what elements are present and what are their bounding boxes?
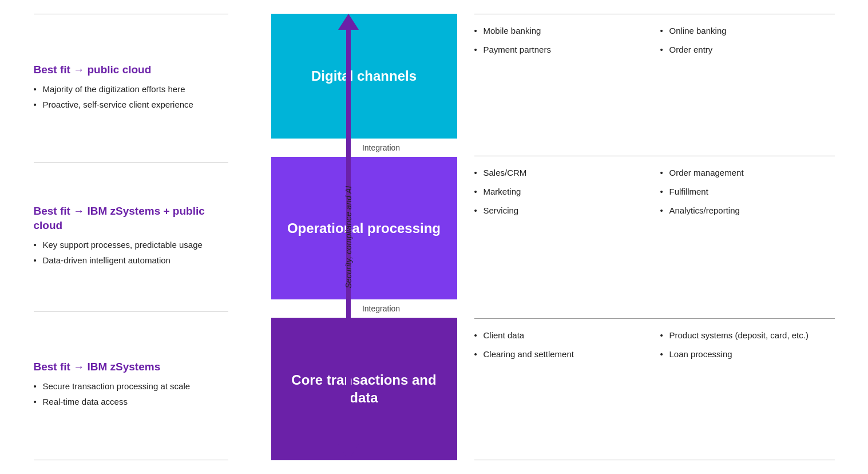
- right-section-core: Client data Clearing and settlement Prod…: [474, 318, 835, 460]
- arrow-head-bottom: [338, 444, 359, 460]
- best-fit-title-1: Best fit → public cloud: [34, 63, 228, 77]
- operational-processing-title: Operational processing: [287, 219, 441, 237]
- bullet-3-2: Real-time data access: [34, 396, 228, 408]
- right-core-loan-processing: Loan processing: [660, 348, 835, 360]
- right-digital-order-entry: Order entry: [660, 44, 835, 56]
- double-arrow: Security, compliance and AI: [337, 14, 360, 460]
- right-core-client-data: Client data: [474, 329, 649, 341]
- core-transactions-box: Core transactions and data: [271, 318, 457, 460]
- right-digital-online-banking: Online banking: [660, 25, 835, 37]
- right-core-col1: Client data Clearing and settlement: [474, 329, 649, 449]
- right-operational-order-mgmt: Order management: [660, 167, 835, 179]
- digital-channels-box: Digital channels: [271, 14, 457, 139]
- right-operational-col2: Order management Fulfillment Analytics/r…: [660, 167, 835, 287]
- main-container: Best fit → public cloud Majority of the …: [22, 14, 846, 460]
- right-core-product-systems: Product systems (deposit, card, etc.): [660, 329, 835, 341]
- layout: Best fit → public cloud Majority of the …: [22, 14, 846, 460]
- bullet-3-1: Secure transaction processing at scale: [34, 380, 228, 392]
- bullet-1-1: Majority of the digitization efforts her…: [34, 83, 228, 95]
- right-digital-payment-partners: Payment partners: [474, 44, 649, 56]
- right-operational-fulfillment: Fulfillment: [660, 185, 835, 198]
- arrow-head-top: [338, 14, 359, 30]
- bullet-list-2: Key support processes, predictable usage…: [34, 239, 228, 270]
- digital-channels-title: Digital channels: [311, 67, 417, 85]
- arrow-shaft: Security, compliance and AI: [346, 29, 351, 445]
- integration-label-2: Integration: [271, 299, 457, 318]
- best-fit-title-2: Best fit → IBM zSystems + public cloud: [34, 204, 228, 232]
- best-fit-title-3: Best fit → IBM zSystems: [34, 360, 228, 374]
- right-core-col2: Product systems (deposit, card, etc.) Lo…: [660, 329, 835, 449]
- left-section-zsystems: Best fit → IBM zSystems Secure transacti…: [34, 311, 228, 460]
- bullet-list-1: Majority of the digitization efforts her…: [34, 83, 228, 114]
- left-section-zsystems-cloud: Best fit → IBM zSystems + public cloud K…: [34, 163, 228, 311]
- bullet-list-3: Secure transaction processing at scale R…: [34, 380, 228, 411]
- right-digital-col2: Online banking Order entry: [660, 25, 835, 125]
- right-operational-col1: Sales/CRM Marketing Servicing: [474, 167, 649, 287]
- right-operational-analytics: Analytics/reporting: [660, 204, 835, 216]
- operational-processing-box: Operational processing: [271, 157, 457, 299]
- right-operational-servicing: Servicing: [474, 204, 649, 216]
- right-column: Mobile banking Payment partners Online b…: [457, 14, 846, 460]
- core-transactions-title: Core transactions and data: [283, 371, 446, 406]
- left-section-public-cloud: Best fit → public cloud Majority of the …: [34, 14, 228, 163]
- right-digital-mobile-banking: Mobile banking: [474, 25, 649, 37]
- right-integration-spacer-2: [474, 298, 835, 318]
- right-operational-marketing: Marketing: [474, 185, 649, 198]
- bullet-2-1: Key support processes, predictable usage: [34, 239, 228, 251]
- right-section-operational: Sales/CRM Marketing Servicing Order mana…: [474, 156, 835, 297]
- right-core-clearing: Clearing and settlement: [474, 348, 649, 360]
- right-operational-sales: Sales/CRM: [474, 167, 649, 179]
- bullet-2-2: Data-driven intelligent automation: [34, 254, 228, 266]
- left-column: Best fit → public cloud Majority of the …: [22, 14, 240, 460]
- right-integration-spacer-1: [474, 135, 835, 156]
- right-section-digital: Mobile banking Payment partners Online b…: [474, 14, 835, 135]
- right-digital-col1: Mobile banking Payment partners: [474, 25, 649, 125]
- arrow-label: Security, compliance and AI: [344, 185, 353, 289]
- center-column: Security, compliance and AI Digital chan…: [240, 14, 457, 460]
- integration-label-1: Integration: [271, 139, 457, 157]
- bullet-1-2: Proactive, self-service client experienc…: [34, 98, 228, 110]
